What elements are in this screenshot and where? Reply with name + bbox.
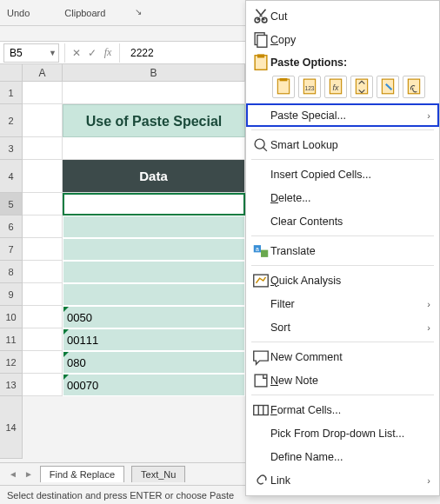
cell[interactable] — [63, 283, 245, 306]
row-header[interactable]: 1 — [0, 82, 23, 104]
svg-rect-15 — [261, 249, 268, 256]
ctx-paste-special[interactable]: Paste Special... › — [246, 103, 439, 127]
ctx-link[interactable]: Link › — [246, 468, 439, 492]
ctx-label: Clear Contents — [270, 216, 430, 228]
cell[interactable] — [23, 374, 63, 396]
cell[interactable] — [63, 216, 245, 238]
selected-cell[interactable] — [63, 193, 245, 216]
select-all-corner[interactable] — [0, 64, 23, 81]
separator — [251, 159, 434, 160]
cell[interactable] — [63, 238, 245, 261]
paste-option-values[interactable]: 123 — [298, 76, 321, 98]
ribbon-clipboard-label[interactable]: Clipboard — [64, 8, 105, 18]
ctx-delete[interactable]: Delete... — [246, 186, 439, 209]
data-header-cell[interactable]: Data — [63, 160, 245, 193]
link-icon — [251, 471, 270, 490]
row-header[interactable]: 11 — [0, 328, 23, 351]
ctx-copy[interactable]: Copy — [246, 28, 439, 51]
cell[interactable] — [63, 82, 245, 104]
cell[interactable]: 00070 — [63, 374, 245, 396]
formula-value[interactable]: 2222 — [123, 47, 161, 59]
tab-nav-prev-icon[interactable]: ◄ — [9, 469, 17, 479]
paste-option-all[interactable] — [272, 76, 295, 98]
ctx-clear-contents[interactable]: Clear Contents — [246, 209, 439, 233]
cell[interactable] — [23, 238, 63, 261]
cell[interactable] — [23, 283, 63, 306]
ctx-cut[interactable]: Cut — [246, 4, 439, 28]
row-header[interactable]: 4 — [0, 160, 23, 193]
ctx-label: Filter — [270, 298, 427, 310]
row-header[interactable]: 9 — [0, 283, 23, 306]
cell[interactable] — [23, 261, 63, 283]
tab-nav-next-icon[interactable]: ► — [24, 469, 33, 479]
row-header[interactable]: 6 — [0, 216, 23, 238]
cell[interactable] — [23, 137, 63, 160]
paste-option-formatting[interactable] — [377, 76, 399, 98]
name-box[interactable]: B5 ▼ — [3, 43, 59, 63]
enter-icon[interactable]: ✓ — [84, 47, 100, 59]
clipboard-icon — [251, 53, 270, 72]
cell[interactable] — [63, 261, 245, 283]
row-header[interactable]: 7 — [0, 238, 23, 261]
ribbon-undo-label[interactable]: Undo — [7, 8, 30, 18]
cancel-icon[interactable]: ✕ — [69, 47, 84, 59]
translate-icon: a — [251, 242, 270, 261]
note-icon — [251, 371, 270, 390]
sheet-tab-active[interactable]: Find & Replace — [40, 466, 124, 482]
sheet-tab[interactable]: Text_Nu — [131, 466, 185, 482]
cell[interactable] — [23, 351, 63, 374]
col-header-A[interactable]: A — [23, 64, 63, 81]
cell[interactable]: 00111 — [63, 328, 245, 351]
ctx-label: Insert Copied Cells... — [270, 169, 430, 181]
fx-icon[interactable]: fx — [100, 46, 116, 59]
ctx-translate[interactable]: a Translate — [246, 239, 439, 262]
row-header[interactable]: 13 — [0, 374, 23, 396]
ctx-quick-analysis[interactable]: Quick Analysis — [246, 269, 439, 292]
cell[interactable] — [23, 328, 63, 351]
row-header[interactable]: 12 — [0, 351, 23, 374]
cell[interactable]: 0050 — [63, 306, 245, 328]
ctx-label: New Note — [270, 375, 430, 387]
chevron-right-icon: › — [427, 299, 430, 309]
svg-text:123: 123 — [304, 85, 314, 91]
cell[interactable]: 080 — [63, 351, 245, 374]
ctx-insert-copied[interactable]: Insert Copied Cells... — [246, 162, 439, 186]
col-header-B[interactable]: B — [63, 64, 245, 81]
quick-analysis-icon — [251, 271, 270, 290]
search-icon — [251, 136, 270, 155]
ctx-smart-lookup[interactable]: Smart Lookup — [246, 133, 439, 156]
ctx-filter[interactable]: Filter › — [246, 292, 439, 315]
dialog-launcher-icon[interactable]: ↘ — [135, 7, 142, 17]
ctx-label: New Comment — [270, 351, 430, 363]
ctx-sort[interactable]: Sort › — [246, 315, 439, 339]
separator — [251, 235, 434, 236]
chevron-down-icon[interactable]: ▼ — [49, 49, 57, 57]
cell[interactable] — [23, 216, 63, 238]
row-header[interactable]: 3 — [0, 137, 23, 160]
svg-rect-1 — [257, 35, 267, 47]
cell[interactable] — [23, 104, 63, 137]
cell[interactable] — [23, 82, 63, 104]
ctx-new-note[interactable]: New Note — [246, 368, 439, 392]
row-header[interactable]: 10 — [0, 306, 23, 328]
ctx-label: Translate — [270, 245, 430, 257]
paste-options-header: Paste Options: — [270, 56, 347, 69]
paste-option-formulas[interactable]: fx — [324, 76, 347, 98]
cell[interactable] — [63, 137, 245, 160]
row-header[interactable]: 14 — [0, 396, 23, 459]
ctx-format-cells[interactable]: Format Cells... — [246, 398, 439, 421]
row-header[interactable]: 5 — [0, 193, 23, 216]
ctx-label: Cut — [270, 10, 430, 23]
cell[interactable] — [23, 160, 63, 193]
ctx-define-name[interactable]: Define Name... — [246, 445, 439, 468]
paste-option-link[interactable] — [403, 76, 425, 98]
row-header[interactable]: 8 — [0, 261, 23, 283]
context-menu: Cut Copy Paste Options: 123 fx Paste Spe… — [245, 0, 440, 496]
cell[interactable] — [23, 306, 63, 328]
cell[interactable] — [23, 193, 63, 216]
title-cell[interactable]: Use of Paste Special — [63, 104, 245, 137]
row-header[interactable]: 2 — [0, 104, 23, 137]
ctx-pick-dropdown[interactable]: Pick From Drop-down List... — [246, 421, 439, 445]
ctx-new-comment[interactable]: New Comment — [246, 345, 439, 368]
paste-option-transpose[interactable] — [350, 76, 373, 98]
